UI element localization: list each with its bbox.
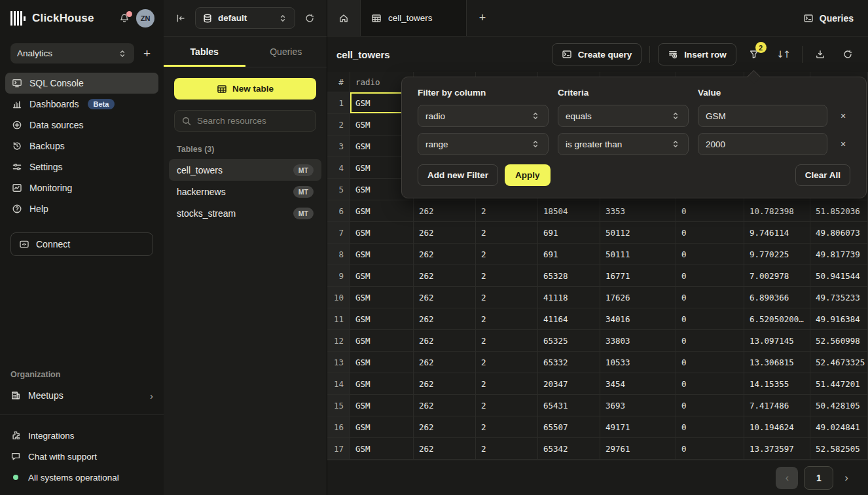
footer-item-status-dot[interactable]: All systems operational (10, 469, 153, 486)
table-cell[interactable]: 50.428105 (810, 395, 868, 416)
new-table-button[interactable]: New table (174, 78, 316, 100)
table-cell[interactable]: GSM (350, 308, 414, 330)
footer-item-puzzle[interactable]: Integrations (10, 427, 153, 444)
table-cell[interactable]: GSM (350, 352, 414, 373)
table-cell[interactable]: 2 (476, 438, 538, 460)
table-cell[interactable]: GSM (350, 200, 414, 222)
sidebar-item-help[interactable]: Help (5, 198, 158, 219)
table-cell[interactable]: 2 (476, 395, 538, 416)
table-cell[interactable]: 41164 (538, 308, 600, 330)
table-cell[interactable]: GSM (350, 330, 414, 352)
current-page[interactable]: 1 (804, 466, 833, 490)
table-cell[interactable]: 29761 (600, 438, 676, 460)
table-cell[interactable]: 0 (676, 352, 744, 373)
table-cell[interactable]: 2 (476, 287, 538, 308)
sidebar-item-sql-console[interactable]: SQL Console (5, 73, 158, 94)
table-cell[interactable]: 0 (676, 200, 744, 222)
apply-filters-button[interactable]: Apply (505, 164, 551, 186)
table-cell[interactable]: 3693 (600, 395, 676, 416)
table-cell[interactable]: 49171 (600, 416, 676, 438)
new-tab-button[interactable]: + (467, 0, 498, 36)
table-cell[interactable]: 13.097145 (744, 330, 810, 352)
table-cell[interactable]: 262 (414, 244, 476, 265)
create-query-button[interactable]: Create query (552, 43, 642, 65)
table-cell[interactable]: 65342 (538, 438, 600, 460)
filter-column-select-1[interactable]: range (418, 133, 549, 155)
filter-criteria-select-1[interactable]: is greater than (558, 133, 689, 155)
table-cell[interactable]: 262 (414, 373, 476, 395)
sidebar-item-monitoring[interactable]: Monitoring (5, 177, 158, 198)
table-cell[interactable]: 262 (414, 308, 476, 330)
table-cell[interactable]: 49.806073 (810, 222, 868, 244)
table-cell[interactable]: 13.306815 (744, 352, 810, 373)
table-cell[interactable]: 49.817739 (810, 244, 868, 265)
table-cell[interactable]: 3454 (600, 373, 676, 395)
table-cell[interactable]: 2 (476, 222, 538, 244)
sidebar-item-backups[interactable]: Backups (5, 136, 158, 156)
table-cell[interactable]: 2 (476, 352, 538, 373)
table-cell[interactable]: 0 (676, 330, 744, 352)
refresh-table-button[interactable] (838, 46, 858, 63)
download-button[interactable] (810, 46, 830, 63)
table-cell[interactable]: 52.4673325 (810, 352, 868, 373)
table-cell[interactable]: 50111 (600, 244, 676, 265)
table-cell[interactable]: GSM (350, 438, 414, 460)
tab-queries[interactable]: Queries (245, 37, 327, 67)
table-cell[interactable]: 0 (676, 395, 744, 416)
filter-value-input-0[interactable] (698, 105, 827, 127)
table-cell[interactable]: 16771 (600, 265, 676, 287)
add-filter-button[interactable]: Add new Filter (418, 164, 498, 186)
table-cell[interactable]: 10.194624 (744, 416, 810, 438)
table-cell[interactable]: 262 (414, 200, 476, 222)
table-cell[interactable]: 0 (676, 265, 744, 287)
table-cell[interactable]: 6.52050200… (744, 308, 810, 330)
table-cell[interactable]: GSM (350, 395, 414, 416)
tab-cell-towers[interactable]: cell_towers (361, 0, 467, 36)
filter-column-select-0[interactable]: radio (418, 105, 549, 127)
table-cell[interactable]: 51.447201 (810, 373, 868, 395)
table-cell[interactable]: 49.735233 (810, 287, 868, 308)
table-cell[interactable]: 9.746114 (744, 222, 810, 244)
table-cell[interactable]: 49.024841 (810, 416, 868, 438)
collapse-panel-button[interactable] (173, 10, 189, 26)
avatar[interactable]: ZN (136, 9, 154, 28)
table-cell[interactable]: 65325 (538, 330, 600, 352)
filter-button[interactable]: 2 (744, 46, 764, 63)
table-cell[interactable]: 2 (476, 244, 538, 265)
table-cell[interactable]: 7.002978 (744, 265, 810, 287)
workspace-select[interactable]: Analytics (10, 43, 134, 64)
remove-filter-button-0[interactable]: × (837, 109, 850, 122)
filter-criteria-select-0[interactable]: equals (558, 105, 689, 127)
prev-page-button[interactable]: ‹ (776, 467, 798, 489)
table-cell[interactable]: 34016 (600, 308, 676, 330)
table-cell[interactable]: 2 (476, 308, 538, 330)
clear-filters-button[interactable]: Clear All (795, 164, 850, 186)
table-cell[interactable]: 14.15355 (744, 373, 810, 395)
table-cell[interactable]: GSM (350, 265, 414, 287)
table-cell[interactable]: 20347 (538, 373, 600, 395)
table-cell[interactable]: 0 (676, 373, 744, 395)
search-input[interactable] (197, 116, 309, 126)
table-list-item-stocks_stream[interactable]: stocks_streamMT (169, 202, 321, 224)
queries-button[interactable]: Queries (803, 13, 854, 24)
sidebar-item-dashboards[interactable]: DashboardsBeta (5, 94, 158, 115)
table-cell[interactable]: GSM (350, 222, 414, 244)
sidebar-item-data-sources[interactable]: Data sources (5, 115, 158, 136)
table-list-item-hackernews[interactable]: hackernewsMT (169, 181, 321, 202)
connect-button[interactable]: Connect (10, 232, 153, 256)
table-cell[interactable]: 0 (676, 416, 744, 438)
notifications-button[interactable] (119, 13, 130, 24)
table-cell[interactable]: 691 (538, 222, 600, 244)
sidebar-item-settings[interactable]: Settings (5, 156, 158, 177)
database-select[interactable]: default (195, 7, 295, 29)
table-cell[interactable]: 50.941544 (810, 265, 868, 287)
table-cell[interactable]: 6.890366 (744, 287, 810, 308)
table-cell[interactable]: 52.582505 (810, 438, 868, 460)
table-cell[interactable]: GSM (350, 244, 414, 265)
table-cell[interactable]: 0 (676, 308, 744, 330)
insert-row-button[interactable]: Insert row (658, 43, 736, 65)
table-cell[interactable]: 65328 (538, 265, 600, 287)
table-cell[interactable]: GSM (350, 287, 414, 308)
table-cell[interactable]: GSM (350, 416, 414, 438)
table-cell[interactable]: 50112 (600, 222, 676, 244)
